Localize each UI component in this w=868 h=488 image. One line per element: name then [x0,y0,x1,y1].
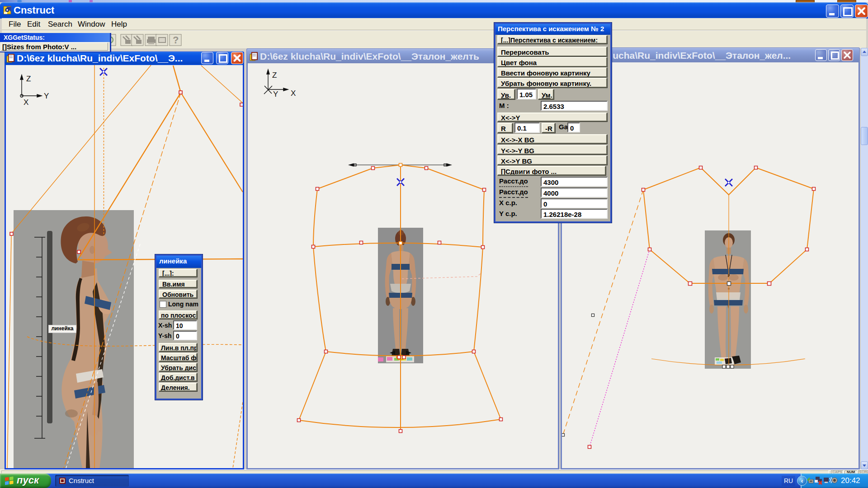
svg-text:Y: Y [44,92,49,100]
svg-text:Z: Z [26,75,31,83]
svg-text:X: X [24,98,28,107]
svg-text:?: ? [173,34,179,46]
svg-text:Y: Y [273,90,278,99]
svg-text:Z: Z [272,71,277,80]
svg-text:X: X [291,89,296,98]
